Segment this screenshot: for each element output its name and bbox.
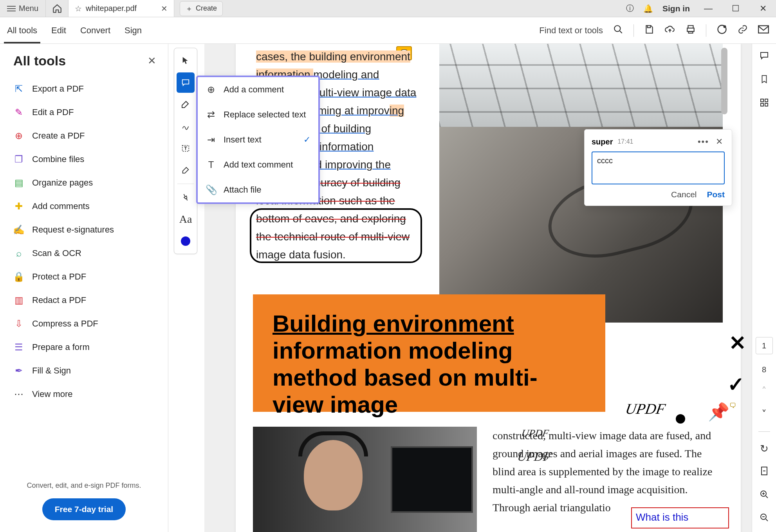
pin-tool[interactable] xyxy=(173,184,199,211)
textbox-tool[interactable] xyxy=(177,138,195,159)
popup-item-icon: ⇄ xyxy=(206,109,217,120)
footer-caption: Convert, edit, and e-sign PDF forms. xyxy=(16,482,152,490)
tool-icon: 🔒 xyxy=(13,271,24,282)
zoom-in-icon[interactable] xyxy=(760,490,769,502)
comment-cancel-button[interactable]: Cancel xyxy=(671,190,697,199)
textbox-annotation[interactable]: What is this xyxy=(631,507,729,528)
close-window-button[interactable]: ✕ xyxy=(754,4,772,14)
bookmarks-icon[interactable] xyxy=(760,74,769,87)
comment-textarea[interactable] xyxy=(592,151,725,184)
rotate-icon[interactable]: ↻ xyxy=(760,443,769,455)
tool-item-label: Compress a PDF xyxy=(32,319,98,329)
popup-item-icon: ⇥ xyxy=(206,134,217,145)
tool-item-prepare-a-form[interactable]: ☰Prepare a form xyxy=(0,335,168,359)
highlight-tool[interactable] xyxy=(177,94,195,115)
tool-item-create-a-pdf[interactable]: ⊕Create a PDF xyxy=(0,124,168,148)
comments-panel-icon[interactable] xyxy=(759,51,769,63)
comment-close-button[interactable]: ✕ xyxy=(714,137,725,147)
fit-page-icon[interactable] xyxy=(760,466,769,479)
tool-item-protect-a-pdf[interactable]: 🔒Protect a PDF xyxy=(0,265,168,289)
title-highlight-block: Building environment information modelin… xyxy=(253,294,605,412)
bell-icon[interactable]: 🔔 xyxy=(643,4,653,13)
star-icon[interactable]: ☆ xyxy=(75,4,82,13)
tool-icon: ✚ xyxy=(13,201,24,212)
comment-tool-menu: ⊕Add a comment⇄Replace selected text⇥Ins… xyxy=(196,76,320,204)
select-tool[interactable] xyxy=(177,50,195,71)
popup-item-insert-text[interactable]: ⇥Insert text✓ xyxy=(198,127,318,152)
color-picker[interactable] xyxy=(177,231,195,251)
search-icon[interactable] xyxy=(613,24,623,37)
page-input[interactable]: 1 xyxy=(756,337,773,354)
check-mark-annotation[interactable]: ✓ xyxy=(727,373,745,396)
tool-icon: ▤ xyxy=(13,177,24,188)
popup-item-replace-selected-text[interactable]: ⇄Replace selected text xyxy=(198,102,318,127)
tool-item-redact-a-pdf[interactable]: ▥Redact a PDF xyxy=(0,289,168,312)
freehand-draw-annotation[interactable] xyxy=(250,208,422,263)
tool-item-export-a-pdf[interactable]: ⇱Export a PDF xyxy=(0,77,168,101)
ai-assist-icon[interactable] xyxy=(716,24,727,37)
page-down-button[interactable]: ˅ xyxy=(762,408,767,420)
tool-item-fill-sign[interactable]: ✒Fill & Sign xyxy=(0,359,168,382)
comment-tool[interactable] xyxy=(177,72,195,93)
zoom-out-icon[interactable] xyxy=(760,513,769,525)
plus-icon: ＋ xyxy=(186,4,193,13)
thumbnails-icon[interactable] xyxy=(760,98,769,110)
popup-item-attach-file[interactable]: 📎Attach file xyxy=(198,177,318,202)
tool-item-label: Scan & OCR xyxy=(32,248,81,258)
tool-item-compress-a-pdf[interactable]: ⇩Compress a PDF xyxy=(0,312,168,335)
minimize-button[interactable]: — xyxy=(699,4,717,14)
svg-rect-4 xyxy=(758,25,769,33)
mail-icon[interactable] xyxy=(758,25,769,36)
print-icon[interactable] xyxy=(686,24,696,37)
tool-item-combine-files[interactable]: ❐Combine files xyxy=(0,148,168,171)
title-bar: Menu ☆ whitepaper.pdf ✕ ＋ Create ⓘ 🔔 Sig… xyxy=(0,0,776,17)
comment-more-button[interactable]: ••• xyxy=(698,137,709,147)
maximize-button[interactable]: ☐ xyxy=(727,4,745,14)
tool-tab-convert[interactable]: Convert xyxy=(73,17,117,43)
link-icon[interactable] xyxy=(738,24,748,37)
x-mark-annotation[interactable]: ✕ xyxy=(729,331,746,355)
tool-item-organize-pages[interactable]: ▤Organize pages xyxy=(0,171,168,195)
popup-item-label: Replace selected text xyxy=(224,110,306,120)
save-icon[interactable] xyxy=(644,24,654,37)
tool-tab-alltools[interactable]: All tools xyxy=(0,17,44,43)
home-button[interactable] xyxy=(46,0,69,17)
check-icon: ✓ xyxy=(303,135,310,145)
popup-item-add-a-comment[interactable]: ⊕Add a comment xyxy=(198,77,318,102)
svg-rect-6 xyxy=(761,99,763,102)
pushpin-annotation[interactable]: 📌🗨 xyxy=(708,402,736,422)
page-up-button[interactable]: ˄ xyxy=(762,385,767,397)
document-tab[interactable]: ☆ whitepaper.pdf ✕ xyxy=(69,0,174,17)
tool-tab-sign[interactable]: Sign xyxy=(117,17,149,43)
close-tab-button[interactable]: ✕ xyxy=(161,4,168,13)
comment-post-button[interactable]: Post xyxy=(707,190,725,199)
tool-item-edit-a-pdf[interactable]: ✎Edit a PDF xyxy=(0,101,168,124)
signin-button[interactable]: Sign in xyxy=(662,4,690,13)
tool-icon: ✍ xyxy=(13,224,24,235)
tool-item-label: Fill & Sign xyxy=(32,366,71,376)
signature-annotation[interactable]: UPDF xyxy=(624,400,667,417)
tool-item-label: Prepare a form xyxy=(32,342,90,352)
tool-item-request-e-signatures[interactable]: ✍Request e-signatures xyxy=(0,218,168,242)
tool-item-view-more[interactable]: ⋯View more xyxy=(0,382,168,406)
create-button[interactable]: ＋ Create xyxy=(180,1,223,16)
tool-item-scan-ocr[interactable]: ⌕Scan & OCR xyxy=(0,242,168,265)
popup-item-add-text-comment[interactable]: TAdd text comment xyxy=(198,152,318,177)
free-trial-button[interactable]: Free 7-day trial xyxy=(42,498,126,520)
draw-tool[interactable] xyxy=(177,116,195,137)
close-panel-button[interactable]: ✕ xyxy=(148,55,156,67)
eraser-tool[interactable] xyxy=(177,160,195,180)
tool-item-label: Organize pages xyxy=(32,178,93,188)
tool-tab-edit[interactable]: Edit xyxy=(44,17,73,43)
help-icon[interactable]: ⓘ xyxy=(626,3,634,14)
text-tool[interactable]: Aa xyxy=(177,209,195,229)
comment-editor-popup: super 17:41 ••• ✕ Cancel Post xyxy=(584,129,732,206)
find-label[interactable]: Find text or tools xyxy=(539,25,603,36)
tool-icon: ☰ xyxy=(13,342,24,353)
cloud-upload-icon[interactable] xyxy=(664,24,675,37)
dot-annotation[interactable] xyxy=(676,414,685,424)
menu-button[interactable]: Menu xyxy=(0,0,46,17)
tool-icon: ✎ xyxy=(13,107,24,118)
svg-rect-1 xyxy=(687,28,694,31)
tool-item-add-comments[interactable]: ✚Add comments xyxy=(0,195,168,218)
